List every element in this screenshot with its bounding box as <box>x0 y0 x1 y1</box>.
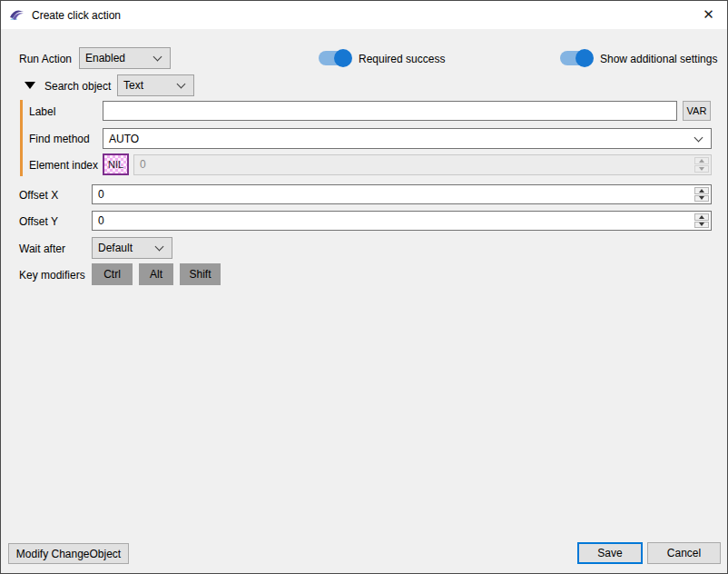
wait-after-dropdown[interactable]: Default <box>92 237 172 259</box>
label-input[interactable] <box>103 101 677 121</box>
find-method-value: AUTO <box>103 133 695 145</box>
search-object-label: Search object <box>44 80 111 93</box>
element-index-value: 0 <box>140 158 146 171</box>
key-modifiers-label: Key modifiers <box>19 269 85 282</box>
spin-up-icon <box>694 157 709 164</box>
find-method-label: Find method <box>29 133 90 145</box>
chevron-down-icon <box>153 53 162 62</box>
offset-x-spinner[interactable]: 0 <box>92 184 712 204</box>
element-index-label: Element index <box>29 159 98 172</box>
run-action-label: Run Action <box>19 53 72 65</box>
offset-y-spinner[interactable]: 0 <box>92 211 712 231</box>
required-success-toggle[interactable] <box>319 51 351 65</box>
spin-up-icon[interactable] <box>694 213 709 221</box>
search-object-value: Text <box>118 79 178 92</box>
nil-button[interactable]: NIL <box>103 153 129 175</box>
title-bar[interactable]: Create click action ✕ <box>1 1 727 29</box>
offset-x-value: 0 <box>98 188 104 201</box>
spin-down-icon <box>694 165 709 173</box>
toggle-knob <box>576 49 594 67</box>
var-button[interactable]: VAR <box>683 101 711 121</box>
wait-after-label: Wait after <box>19 242 65 255</box>
offset-x-label: Offset X <box>19 189 58 202</box>
modify-changeobject-button[interactable]: Modify ChangeObject <box>8 543 129 564</box>
run-action-value: Enabled <box>80 52 154 64</box>
group-marker-line <box>20 100 23 176</box>
collapse-triangle-icon[interactable] <box>25 82 35 89</box>
dialog-create-click-action: Create click action ✕ Run Action Enabled… <box>0 0 728 574</box>
label-field-label: Label <box>29 105 55 118</box>
cancel-button[interactable]: Cancel <box>647 542 721 564</box>
chevron-down-icon <box>694 133 703 142</box>
search-object-dropdown[interactable]: Text <box>117 74 194 96</box>
wait-after-value: Default <box>93 242 156 254</box>
show-additional-settings-label: Show additional settings <box>600 53 717 65</box>
required-success-label: Required success <box>359 53 445 65</box>
show-additional-settings-toggle[interactable] <box>560 51 593 65</box>
alt-modifier-button[interactable]: Alt <box>139 263 173 285</box>
chevron-down-icon <box>155 242 164 252</box>
app-logo-icon <box>8 5 26 24</box>
offset-y-value: 0 <box>98 214 104 227</box>
offset-y-label: Offset Y <box>19 215 58 228</box>
window-title: Create click action <box>32 9 121 22</box>
toggle-knob <box>334 49 352 67</box>
spin-down-icon[interactable] <box>694 195 709 203</box>
shift-modifier-button[interactable]: Shift <box>180 263 221 285</box>
element-index-spinner: 0 <box>133 154 712 175</box>
spin-up-icon[interactable] <box>694 187 709 194</box>
save-button[interactable]: Save <box>577 542 643 564</box>
run-action-dropdown[interactable]: Enabled <box>79 47 171 69</box>
spin-down-icon[interactable] <box>694 222 709 229</box>
find-method-dropdown[interactable]: AUTO <box>103 128 712 149</box>
chevron-down-icon <box>177 80 186 89</box>
close-icon[interactable]: ✕ <box>688 1 728 29</box>
ctrl-modifier-button[interactable]: Ctrl <box>92 263 133 285</box>
